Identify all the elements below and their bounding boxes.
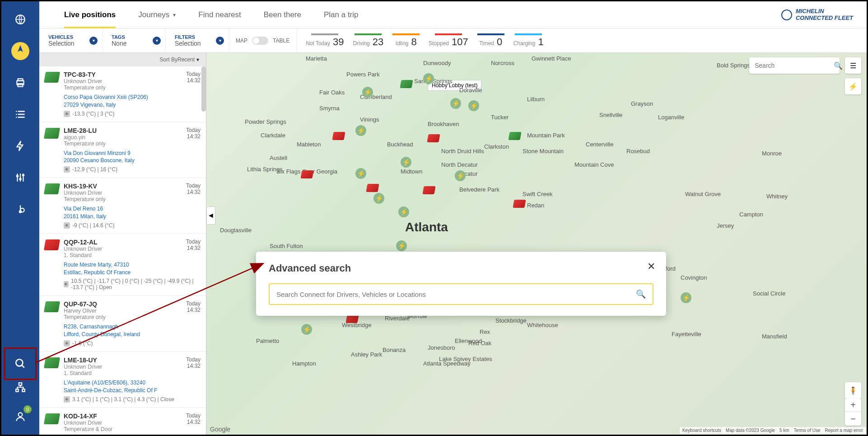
ev-marker[interactable]: ⚡ — [362, 87, 373, 98]
attrib-terms[interactable]: Terms of Use — [794, 428, 821, 433]
map-area[interactable]: Atlanta Hobby Lobby (test) MariettaDunwo… — [206, 53, 867, 435]
vehicle-marker[interactable] — [345, 315, 359, 323]
ev-marker[interactable]: ⚡ — [355, 125, 366, 136]
svg-point-12 — [19, 413, 23, 417]
tab-plan-trip[interactable]: Plan a trip — [313, 1, 370, 28]
zoom-in-button[interactable]: + — [845, 398, 861, 412]
status-charging[interactable]: Charging 1 — [513, 33, 544, 48]
vehicle-card[interactable]: TPC-83-TY Unknown Driver Temperature onl… — [39, 66, 206, 122]
chevron-down-icon: ▾ — [89, 37, 98, 45]
map-place-label: Clarkdale — [261, 132, 285, 139]
advanced-search-field[interactable]: 🔍 — [269, 283, 653, 305]
ev-marker[interactable]: ⚡ — [301, 324, 312, 335]
scrollbar[interactable] — [201, 66, 206, 112]
vehicle-temp: ❄-1.6 (°C) — [64, 340, 201, 347]
map-search[interactable]: 🔍 — [749, 57, 840, 74]
vehicle-time: Today14:32 — [186, 413, 201, 425]
status-nottoday[interactable]: Not Today 39 — [306, 33, 344, 48]
attrib-report[interactable]: Report a map error — [825, 428, 863, 433]
map-search-input[interactable] — [755, 62, 834, 69]
vehicle-marker[interactable] — [508, 132, 521, 140]
vehicle-card[interactable]: KHS-19-KV Unknown Driver Temperature onl… — [39, 178, 206, 233]
tab-been-there[interactable]: Been there — [252, 1, 313, 28]
status-driving[interactable]: Driving 23 — [353, 33, 383, 48]
view-toggle[interactable]: MAP TABLE — [229, 28, 297, 52]
google-logo: Google — [210, 426, 230, 433]
status-bar — [477, 33, 504, 35]
ev-marker[interactable]: ⚡ — [355, 168, 366, 179]
vehicle-marker[interactable] — [513, 200, 526, 208]
vehicle-icon — [44, 357, 60, 368]
map-place-label: Rosebud — [626, 148, 650, 155]
vehicle-card[interactable]: LME-18-UY Unknown Driver 1. Standard L'A… — [39, 352, 206, 407]
search-icon[interactable] — [11, 355, 29, 373]
list-icon[interactable] — [11, 105, 29, 123]
map-place-label: Loganville — [658, 114, 685, 121]
vehicle-card[interactable]: KOD-14-XF Unknown Driver Temperature & D… — [39, 408, 206, 435]
filter-filters[interactable]: FILTERS Selection ▾ — [166, 28, 229, 52]
panel-collapse-button[interactable]: ◄ — [206, 206, 215, 225]
pegman-icon[interactable]: 🧍 — [845, 382, 861, 398]
vehicle-type: Temperature only — [64, 84, 201, 91]
tab-journeys[interactable]: Journeys▾ — [127, 1, 187, 28]
status-idling[interactable]: Idling 8 — [392, 33, 420, 48]
vehicle-marker[interactable] — [427, 134, 440, 142]
filter-bar: VEHICLES Selection ▾ TAGS None ▾ FILTERS… — [39, 28, 867, 53]
filter-tags[interactable]: TAGS None ▾ — [103, 28, 166, 52]
zoom-out-button[interactable]: − — [845, 412, 861, 426]
attrib-keyboard[interactable]: Keyboard shortcuts — [682, 428, 721, 433]
ev-marker[interactable]: ⚡ — [450, 98, 461, 109]
temp-icon: ❄ — [64, 222, 70, 229]
ev-button[interactable]: ⚡ — [845, 78, 861, 94]
vehicle-marker[interactable] — [400, 80, 413, 88]
advanced-search-input[interactable] — [276, 291, 636, 298]
vehicle-marker[interactable] — [422, 186, 435, 194]
map-city-label: Atlanta — [405, 220, 448, 234]
map-place-label: Whitehouse — [527, 322, 558, 328]
map-place-label: Powder Springs — [245, 118, 286, 125]
vehicle-marker[interactable] — [332, 132, 345, 140]
ev-marker[interactable]: ⚡ — [681, 292, 691, 303]
map-place-label: Redan — [527, 202, 544, 209]
map-place-label: Mountain Cove — [574, 161, 614, 168]
vehicle-type: Temperature only — [64, 141, 201, 147]
vehicle-marker[interactable] — [300, 170, 313, 178]
vehicle-marker[interactable] — [366, 184, 379, 192]
bolt-icon[interactable] — [11, 137, 29, 155]
layers-button[interactable]: ☰ — [845, 57, 861, 74]
sort-bar[interactable]: Sort By Recent ▾ — [39, 53, 206, 66]
ev-marker[interactable]: ⚡ — [423, 73, 434, 84]
thermometer-icon[interactable] — [11, 200, 29, 218]
filter-vehicles[interactable]: VEHICLES Selection ▾ — [39, 28, 103, 52]
ev-marker[interactable]: ⚡ — [401, 157, 411, 168]
map-place-label: Jersey — [717, 222, 734, 229]
tab-find-nearest[interactable]: Find nearest — [187, 1, 252, 28]
ev-marker[interactable]: ⚡ — [396, 240, 407, 251]
status-stopped[interactable]: Stopped 107 — [429, 33, 468, 48]
toggle-switch[interactable] — [252, 37, 268, 45]
sliders-icon[interactable] — [11, 169, 29, 187]
vehicle-card[interactable]: QQP-12-AL Unknown Driver 1. Standard Rou… — [39, 234, 206, 295]
status-timed[interactable]: Timed 0 — [477, 33, 504, 48]
close-icon[interactable]: ✕ — [647, 261, 655, 272]
map-place-label: Buckhead — [387, 141, 413, 148]
vehicle-type: Temperature only — [64, 196, 201, 202]
tab-live-positions[interactable]: Live positions — [53, 1, 127, 28]
printer-icon[interactable] — [11, 74, 29, 92]
vehicle-id: KOD-14-XF — [64, 413, 201, 420]
svg-rect-11 — [22, 389, 24, 391]
map-place-label: Palmetto — [256, 338, 279, 344]
hierarchy-icon[interactable] — [11, 378, 29, 396]
ev-marker[interactable]: ⚡ — [468, 100, 479, 111]
compass-icon[interactable] — [11, 42, 29, 60]
vehicle-icon — [44, 72, 60, 83]
status-label: Charging — [513, 40, 536, 47]
vehicle-card[interactable]: LME-28-LU aiguo.yin Temperature only Via… — [39, 122, 206, 178]
ev-marker[interactable]: ⚡ — [455, 170, 466, 181]
ev-marker[interactable]: ⚡ — [373, 193, 384, 204]
globe-icon[interactable] — [11, 10, 29, 28]
vehicle-card[interactable]: QUP-67-JQ Harvey Oliver Temperature only… — [39, 296, 206, 351]
logo-line2: CONNECTED FLEET — [796, 15, 853, 21]
ev-marker[interactable]: ⚡ — [398, 206, 409, 217]
user-icon[interactable]: 0 — [11, 408, 29, 426]
